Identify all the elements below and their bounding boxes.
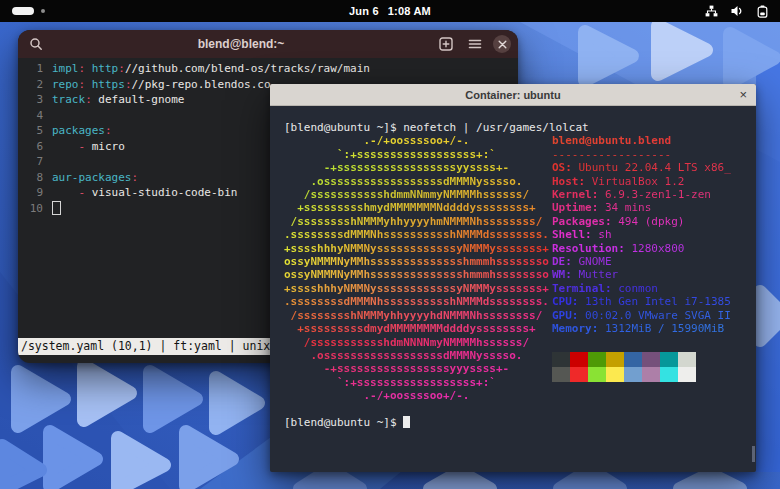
palette-swatch (570, 352, 588, 367)
workspace-pill-active[interactable] (12, 7, 34, 15)
ascii-line: .ssssssssdMMMNhsssssssssshNMMMdssssssss. (284, 295, 550, 308)
neofetch-info-line: WM: Mutter (552, 268, 744, 281)
ascii-line: .ossssssssssssssssssdMMMNysssso. (284, 175, 550, 188)
terminal-cursor (403, 416, 410, 428)
shell-prompt: [blend@ubuntu ~]$ (284, 416, 397, 429)
ascii-line: ossyNMMMNyMMhsssssssssssssshmmmhssssssso (284, 255, 550, 268)
ascii-line: /ssssssssssshdmmNNmmyNMMMMhssssss/ (284, 188, 550, 201)
hamburger-menu-icon (468, 38, 482, 50)
line-number: 1 (18, 61, 52, 77)
palette-swatch (552, 367, 570, 382)
neofetch-info-line: Resolution: 1280x800 (552, 242, 744, 255)
neofetch-info-line: Packages: 494 (dpkg) (552, 215, 744, 228)
new-tab-icon (439, 37, 453, 51)
neofetch-info-line: GPU: 00:02.0 VMware SVGA II (552, 309, 744, 322)
close-button[interactable] (493, 35, 511, 53)
new-tab-button[interactable] (435, 33, 457, 55)
palette-swatch (678, 367, 696, 382)
ascii-line: /sssssssshNMMMyhhyyyyhdNMMMNhssssssss/ (284, 309, 550, 322)
editor-cursor (52, 201, 61, 215)
palette-row (552, 352, 744, 367)
line-number: 8 (18, 170, 52, 186)
ascii-line: +ssssssssshmydMMMMMMMNddddyssssssss+ (284, 201, 550, 214)
command-line: [blend@ubuntu ~]$ neofetch | /usr/games/… (284, 121, 756, 134)
scrollbar-thumb[interactable] (752, 446, 755, 462)
neofetch-info-block: blend@ubuntu.blend------------------OS: … (552, 134, 744, 381)
neofetch-info-line: Shell: sh (552, 228, 744, 241)
neofetch-info-line: ------------------ (552, 148, 744, 161)
ascii-line: `:+ssssssssssssssssss+:` (284, 148, 550, 161)
neofetch-output: .-/+oossssoo+/-. `:+ssssssssssssssssss+:… (284, 134, 756, 402)
ascii-line: ossyNMMMNyMMhsssssssssssssshmmmhssssssso (284, 268, 550, 281)
line-number: 10 (18, 201, 52, 218)
line-number: 4 (18, 108, 52, 124)
date-label: Jun 6 (349, 5, 379, 17)
palette-swatch (660, 367, 678, 382)
ascii-line: `:+ssssssssssssssssss+:` (284, 376, 550, 389)
palette-row (552, 367, 744, 382)
neofetch-info-line: blend@ubuntu.blend (552, 134, 744, 147)
line-number: 7 (18, 154, 52, 170)
volume-icon[interactable] (731, 5, 744, 17)
terminal-output-area[interactable]: [blend@ubuntu ~]$ neofetch | /usr/games/… (270, 106, 756, 457)
time-label: 1:08 AM (388, 5, 431, 17)
palette-swatch (570, 367, 588, 382)
ascii-line: .ssssssssdMMMNhsssssssssshNMMMdssssssss. (284, 228, 550, 241)
ascii-line: /ssssssssssshdmNNNNmyNMMMMhssssss/ (284, 336, 550, 349)
top-bar: Jun 6 1:08 AM (0, 0, 780, 22)
search-button[interactable] (25, 33, 47, 55)
search-icon (29, 37, 43, 51)
palette-swatch (678, 352, 696, 367)
editor-window-title: blend@blend:~ (54, 37, 428, 51)
network-icon[interactable] (705, 5, 718, 17)
neofetch-info-line: CPU: 13th Gen Intel i7-1385 (552, 295, 744, 308)
terminal-window-container: Container: ubuntu × [blend@ubuntu ~]$ ne… (270, 84, 756, 472)
line-number: 9 (18, 185, 52, 201)
palette-swatch (606, 367, 624, 382)
palette-swatch (624, 367, 642, 382)
neofetch-info-line: Kernel: 6.9.3-zen1-1-zen (552, 188, 744, 201)
ascii-line: /sssssssshNMMMyhhyyyyhmNMMMNhssssssss/ (284, 215, 550, 228)
ascii-line: +sssshhhyNMMNyssssssssssssyNMMMysssssss+ (284, 282, 550, 295)
blank-line (284, 403, 756, 416)
line-number: 5 (18, 123, 52, 139)
system-tray[interactable] (705, 5, 768, 18)
terminal-color-palette (552, 352, 744, 382)
palette-swatch (660, 352, 678, 367)
palette-swatch (606, 352, 624, 367)
line-number: 6 (18, 139, 52, 155)
workspace-dot[interactable] (41, 9, 45, 13)
ascii-line: -+sssssssssssssssssyyyssss+- (284, 362, 550, 375)
container-close-button[interactable]: × (739, 84, 747, 106)
close-icon (498, 40, 507, 49)
menu-button[interactable] (464, 33, 486, 55)
line-number: 3 (18, 92, 52, 108)
editor-titlebar[interactable]: blend@blend:~ (18, 30, 518, 58)
palette-swatch (642, 352, 660, 367)
neofetch-info-line: Memory: 1312MiB / 15990MiB (552, 322, 744, 335)
command-text: neofetch | /usr/games/lolcat (403, 121, 588, 134)
ascii-line: .-/+oossssoo+/-. (284, 134, 550, 147)
ascii-line: +sssshhhyNMMNyssssssssssssyNMMMysssssss+ (284, 242, 550, 255)
prompt-line: [blend@ubuntu ~]$ (284, 416, 756, 429)
neofetch-info-line: Terminal: conmon (552, 282, 744, 295)
ascii-line: +sssssssssdmydMMMMMMMMddddyssssssss+ (284, 322, 550, 335)
palette-swatch (624, 352, 642, 367)
battery-icon[interactable] (757, 5, 768, 18)
ascii-line: .-/+oossssoo+/-. (284, 389, 550, 402)
workspace-indicator[interactable] (12, 7, 45, 15)
editor-line: 1impl: http://github.com/blend-os/tracks… (18, 61, 518, 77)
line-number: 2 (18, 77, 52, 93)
container-window-title: Container: ubuntu (270, 89, 756, 101)
container-titlebar[interactable]: Container: ubuntu × (270, 84, 756, 106)
palette-swatch (552, 352, 570, 367)
palette-swatch (588, 352, 606, 367)
clock[interactable]: Jun 6 1:08 AM (349, 5, 431, 17)
neofetch-info-line: DE: GNOME (552, 255, 744, 268)
neofetch-info-line: Host: VirtualBox 1.2 (552, 175, 744, 188)
shell-prompt: [blend@ubuntu ~]$ (284, 121, 397, 134)
ascii-line: .ossssssssssssssssssdMMMNysssso. (284, 349, 550, 362)
palette-swatch (588, 367, 606, 382)
palette-swatch (642, 367, 660, 382)
neofetch-info-line: Uptime: 34 mins (552, 201, 744, 214)
